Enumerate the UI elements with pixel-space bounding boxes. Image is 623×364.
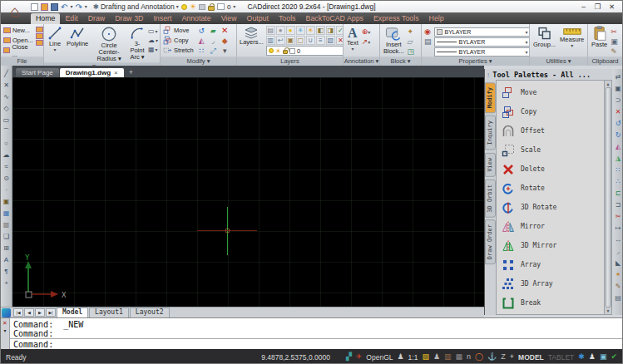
menu-view[interactable]: View bbox=[216, 13, 242, 24]
color-swatch-icon[interactable] bbox=[217, 3, 225, 10]
layer-off-icon[interactable]: ● bbox=[276, 26, 285, 35]
lock-icon[interactable] bbox=[208, 6, 215, 11]
save-icon[interactable] bbox=[51, 3, 58, 11]
delete-tool-icon[interactable]: ✕ bbox=[613, 106, 623, 117]
layer-current-icon[interactable]: ✓ bbox=[336, 26, 344, 35]
region-icon[interactable]: ❏ bbox=[2, 231, 12, 242]
palette-item-offset[interactable]: Offset bbox=[502, 121, 604, 140]
ribbon-label-block[interactable]: Block ▾ bbox=[380, 57, 421, 66]
settings-gear-icon[interactable]: ✱ bbox=[578, 353, 585, 361]
menu-edit[interactable]: Edit bbox=[60, 13, 82, 24]
tab-layout1[interactable]: Layout1 bbox=[89, 307, 129, 317]
drawing-canvas[interactable]: Y X bbox=[12, 77, 484, 307]
line-icon[interactable]: ╱ bbox=[2, 68, 12, 79]
polar-icon[interactable]: ◯ bbox=[475, 353, 483, 361]
palette-item-break[interactable]: Break bbox=[502, 293, 604, 312]
layer-unlock-icon[interactable]: ◨ bbox=[326, 26, 335, 35]
layer-state-icon[interactable]: ▧ bbox=[326, 36, 335, 45]
gradient-icon[interactable]: ▩ bbox=[2, 219, 12, 230]
annotation-user-icon[interactable]: ♟ bbox=[433, 353, 440, 361]
palette-tab-draw-order[interactable]: Draw Order bbox=[485, 219, 496, 264]
clean-screen-icon[interactable]: ▣ bbox=[600, 353, 607, 361]
stretch-button[interactable]: Stretch bbox=[163, 46, 194, 55]
app-logo-icon[interactable]: ⌂ bbox=[2, 1, 27, 23]
polyline-icon[interactable]: ∿ bbox=[2, 91, 12, 102]
tab-drawing1[interactable]: Drawing1.dwg× bbox=[60, 68, 124, 77]
properties-tool-icon[interactable]: ▤ bbox=[613, 293, 623, 303]
copy-clip-icon[interactable]: ▣ bbox=[611, 37, 618, 46]
group-button[interactable]: Group... bbox=[532, 26, 556, 48]
break-tool-icon[interactable]: ⊏ bbox=[613, 188, 623, 199]
workspace-switcher[interactable]: ✱ Drafting and Annotation ▾ bbox=[93, 2, 179, 11]
last-layout-icon[interactable]: ▶| bbox=[46, 308, 56, 317]
palette-item-rotate[interactable]: Rotate bbox=[502, 179, 604, 198]
menu-tools[interactable]: Tools bbox=[274, 13, 301, 24]
prev-layout-icon[interactable]: ◀ bbox=[24, 308, 34, 317]
hatch-icon[interactable]: ▦ bbox=[2, 208, 12, 219]
rotate-tool-icon[interactable]: ↺ bbox=[613, 118, 623, 129]
polygon-icon[interactable]: ◇ bbox=[2, 103, 12, 114]
layer-isolate-icon[interactable]: ▣ bbox=[286, 36, 295, 45]
crosshair-toggle-icon[interactable]: + bbox=[510, 353, 514, 361]
layer-delete-icon[interactable]: ✕ bbox=[336, 36, 344, 45]
lineweight-select[interactable]: BYLAYER▾ bbox=[434, 37, 530, 47]
ribbon-label-file[interactable]: File bbox=[1, 57, 43, 66]
mirror-icon[interactable]: ◭ bbox=[196, 37, 207, 46]
layer-merge-icon[interactable]: ∪ bbox=[306, 36, 315, 45]
ribbon-label-layers[interactable]: Layers bbox=[237, 57, 343, 66]
export-icon[interactable] bbox=[36, 40, 43, 46]
snap-grid-icon[interactable]: ▦ bbox=[456, 353, 463, 361]
mirror-3d-tool-icon[interactable]: ◮ bbox=[613, 153, 623, 164]
ribbon-label-modify[interactable]: Modify ▾ bbox=[161, 57, 236, 66]
layer-bulb-icon[interactable] bbox=[181, 4, 187, 10]
join-tool-icon[interactable]: ⊐ bbox=[613, 199, 623, 210]
mtext-icon[interactable]: ¶ bbox=[2, 266, 12, 277]
dimension-icon[interactable]: ⊕▾ bbox=[362, 27, 371, 36]
menu-draw[interactable]: Draw bbox=[83, 13, 111, 24]
array-3d-tool-icon[interactable]: ∴ bbox=[613, 176, 623, 187]
layer-sun-icon[interactable]: ☀ bbox=[190, 3, 196, 11]
edit-polyline-tool-icon[interactable]: ✎ bbox=[613, 281, 623, 292]
status-coordinates[interactable]: 9.4878,2.5375,0.0000 bbox=[261, 353, 330, 362]
layer-unisolate-icon[interactable]: ▢ bbox=[296, 36, 305, 45]
revision-cloud-icon[interactable]: ☁ bbox=[2, 150, 12, 160]
copy-tool-icon[interactable]: ▣ bbox=[613, 83, 623, 94]
palette-item-3d-rotate[interactable]: 3D Rotate bbox=[502, 198, 604, 217]
menu-draw-3d[interactable]: Draw 3D bbox=[110, 13, 148, 24]
circle-button[interactable]: Circle Center-Radius ▾ bbox=[91, 26, 126, 62]
erase-icon[interactable]: ✕ bbox=[220, 27, 230, 36]
ellipse-icon[interactable]: ⊙ bbox=[2, 173, 12, 184]
palette-item-array[interactable]: Array bbox=[502, 255, 604, 274]
plot-style-icon[interactable] bbox=[199, 4, 205, 10]
next-layout-icon[interactable]: ▶ bbox=[35, 308, 45, 317]
paste-button[interactable]: Paste bbox=[591, 26, 608, 48]
menu-express-tools[interactable]: Express Tools bbox=[368, 13, 424, 24]
palette-item-delete[interactable]: Delete bbox=[502, 160, 604, 179]
palette-scrollbar[interactable]: ▲ ▼ bbox=[605, 80, 612, 315]
block-icon[interactable]: ▣ bbox=[2, 196, 12, 207]
palette-item-3d-array[interactable]: 3D Array bbox=[502, 274, 604, 293]
revision-cloud-button[interactable]: ☁▾ bbox=[148, 37, 158, 44]
ribbon-label-properties[interactable]: Properties ▾ bbox=[422, 57, 529, 66]
match-properties-icon[interactable]: ▤ bbox=[424, 37, 432, 46]
palette-item-move[interactable]: Move bbox=[502, 83, 604, 102]
new-file-button[interactable]: New... bbox=[3, 26, 33, 35]
leader-icon[interactable]: ↗▾ bbox=[362, 37, 371, 46]
new-icon[interactable] bbox=[31, 3, 38, 11]
menu-output[interactable]: Output bbox=[242, 13, 274, 24]
palette-item-scale[interactable]: Scale bbox=[502, 140, 604, 160]
minimize-button[interactable]: – bbox=[576, 2, 591, 11]
layer-match-icon[interactable]: ▥ bbox=[266, 36, 275, 45]
construction-line-icon[interactable]: ✕ bbox=[2, 80, 12, 91]
close-command-icon[interactable]: ✕ bbox=[2, 320, 7, 326]
array-tool-icon[interactable]: ∷ bbox=[613, 165, 623, 175]
layer-properties-icon[interactable]: ▤ bbox=[266, 26, 275, 35]
save-file-icon[interactable] bbox=[36, 27, 43, 32]
rotate-3d-tool-icon[interactable]: ↻ bbox=[613, 130, 623, 140]
insert-block-button[interactable]: Insert Block... bbox=[383, 26, 405, 55]
undo-dropdown-icon[interactable]: ▾ bbox=[70, 4, 72, 9]
palette-tab-modify[interactable]: Modify bbox=[485, 82, 496, 113]
scale-icon[interactable]: ⤢ bbox=[208, 47, 219, 56]
attributes-icon[interactable]: ◳ bbox=[408, 47, 415, 56]
palette-item-mirror[interactable]: Mirror bbox=[502, 217, 604, 236]
